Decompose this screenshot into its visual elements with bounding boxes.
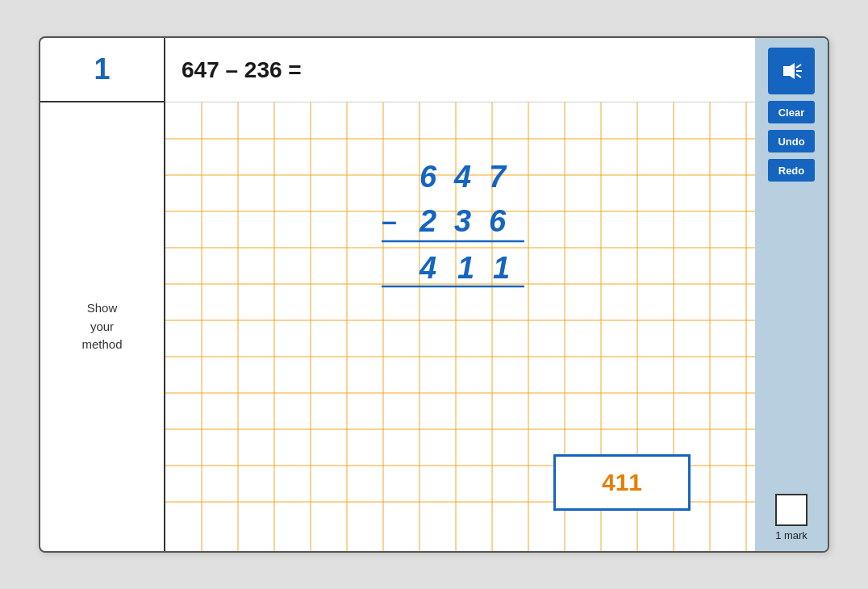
svg-marker-41 [783, 63, 795, 79]
grid-work-area[interactable]: 6 4 7 – 2 3 6 4 1 [165, 102, 755, 551]
audio-button[interactable] [768, 48, 815, 94]
svg-line-42 [796, 65, 801, 68]
question-number-box: 1 [40, 38, 164, 102]
svg-text:3: 3 [454, 204, 471, 238]
answer-value: 411 [602, 469, 642, 496]
mark-box-area: 1 mark [775, 494, 807, 541]
question-number: 1 [94, 52, 110, 86]
right-sidebar: Clear Undo Redo 1 mark [755, 38, 828, 551]
svg-text:1: 1 [457, 251, 474, 285]
redo-button[interactable]: Redo [768, 159, 815, 182]
mark-label: 1 mark [775, 529, 807, 541]
svg-text:7: 7 [489, 160, 507, 194]
question-header: 647 – 236 = [165, 38, 755, 102]
svg-text:1: 1 [493, 251, 510, 285]
main-frame: 1 Show your method 647 – 236 = [39, 36, 829, 553]
svg-text:4: 4 [419, 251, 436, 285]
svg-text:4: 4 [453, 160, 471, 194]
clear-button[interactable]: Clear [768, 101, 815, 123]
svg-text:6: 6 [489, 204, 507, 238]
audio-icon [780, 61, 803, 81]
show-method-label: Show your method [81, 102, 122, 551]
svg-line-44 [796, 74, 801, 77]
svg-text:–: – [382, 205, 397, 236]
svg-text:6: 6 [419, 160, 437, 194]
svg-text:2: 2 [419, 204, 436, 238]
answer-box: 411 [553, 454, 691, 511]
question-text: 647 – 236 = [182, 57, 302, 83]
main-content-area: 647 – 236 = [165, 38, 755, 551]
mark-checkbox[interactable] [775, 494, 807, 526]
undo-button[interactable]: Undo [768, 130, 815, 152]
left-column: 1 Show your method [40, 38, 165, 551]
